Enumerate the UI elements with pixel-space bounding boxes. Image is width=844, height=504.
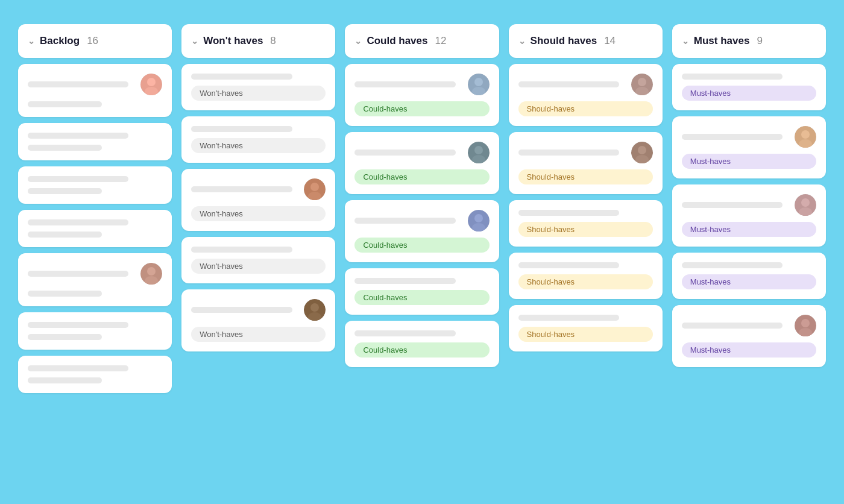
column-count: 14 xyxy=(604,35,616,47)
svg-point-19 xyxy=(474,214,483,222)
card-top-row xyxy=(682,126,816,148)
skeleton-text xyxy=(518,262,619,268)
svg-point-10 xyxy=(310,303,319,312)
skeleton-text xyxy=(682,134,783,140)
card[interactable]: Should-haves xyxy=(509,305,663,351)
card[interactable]: Won't-haves xyxy=(181,237,335,283)
card[interactable]: Should-haves xyxy=(509,64,663,126)
avatar xyxy=(795,126,816,148)
card[interactable] xyxy=(18,166,172,204)
skeleton-text xyxy=(354,330,455,336)
skeleton-text xyxy=(191,307,292,313)
skeleton-text xyxy=(28,176,128,182)
skeleton-text xyxy=(682,323,783,329)
svg-point-28 xyxy=(801,130,810,139)
column-count: 9 xyxy=(757,35,762,47)
skeleton-text xyxy=(28,334,102,340)
priority-badge: Must-haves xyxy=(682,222,816,237)
priority-badge: Won't-haves xyxy=(191,86,326,101)
card-top-row xyxy=(354,74,489,95)
card-top-row xyxy=(354,142,489,163)
card[interactable] xyxy=(18,253,172,306)
column-count: 8 xyxy=(270,35,276,47)
column-title: Should haves xyxy=(531,35,597,47)
svg-point-25 xyxy=(638,146,646,154)
skeleton-text xyxy=(28,81,128,87)
priority-badge: Must-haves xyxy=(682,342,816,358)
svg-point-4 xyxy=(147,267,156,276)
skeleton-text xyxy=(518,210,619,216)
avatar xyxy=(631,74,653,95)
avatar xyxy=(795,194,816,216)
column-count: 12 xyxy=(435,35,447,47)
column-header-should-haves[interactable]: ⌄ Should haves 14 xyxy=(509,24,663,58)
card[interactable]: Must-haves xyxy=(672,64,826,110)
column-header-could-haves[interactable]: ⌄ Could haves 12 xyxy=(345,24,499,58)
card[interactable]: Won't-haves xyxy=(181,64,335,110)
avatar xyxy=(795,315,816,336)
chevron-down-icon: ⌄ xyxy=(28,36,35,46)
card[interactable] xyxy=(18,123,172,160)
column-header-wont-haves[interactable]: ⌄ Won't haves 8 xyxy=(181,24,335,58)
skeleton-text xyxy=(191,74,292,80)
skeleton-text xyxy=(28,232,102,238)
avatar xyxy=(631,142,653,163)
card[interactable]: Must-haves xyxy=(672,305,826,367)
svg-point-34 xyxy=(801,319,810,327)
column-backlog: ⌄ Backlog 16 xyxy=(18,24,172,393)
priority-badge: Could-haves xyxy=(354,290,489,305)
card[interactable] xyxy=(18,356,172,393)
card[interactable]: Should-haves xyxy=(509,132,663,194)
card[interactable] xyxy=(18,210,172,247)
skeleton-text xyxy=(518,81,619,87)
card[interactable]: Must-haves xyxy=(672,116,826,178)
column-could-haves: ⌄ Could haves 12 Could-haves Could-haves… xyxy=(345,24,499,367)
skeleton-text xyxy=(28,145,102,151)
skeleton-text xyxy=(191,247,292,253)
card-top-row xyxy=(518,74,653,95)
card[interactable]: Won't-haves xyxy=(181,289,335,351)
skeleton-text xyxy=(191,126,292,132)
skeleton-text xyxy=(518,315,619,321)
card[interactable]: Won't-haves xyxy=(181,169,335,231)
card[interactable]: Should-haves xyxy=(509,253,663,299)
column-title: Backlog xyxy=(40,35,80,47)
column-title: Won't haves xyxy=(203,35,263,47)
priority-badge: Should-haves xyxy=(518,274,653,289)
card[interactable] xyxy=(18,312,172,350)
svg-point-16 xyxy=(474,146,483,154)
skeleton-text xyxy=(28,101,102,107)
column-header-backlog[interactable]: ⌄ Backlog 16 xyxy=(18,24,172,58)
skeleton-text xyxy=(354,218,455,224)
kanban-board: ⌄ Backlog 16 ⌄ Won't haves 8 Won't-haves… xyxy=(18,24,826,393)
card-top-row xyxy=(682,194,816,216)
svg-point-22 xyxy=(638,78,646,86)
avatar xyxy=(304,299,326,321)
avatar xyxy=(468,142,490,163)
card[interactable]: Could-haves xyxy=(345,132,499,194)
card[interactable] xyxy=(18,64,172,117)
card[interactable]: Must-haves xyxy=(672,253,826,299)
column-title: Must haves xyxy=(694,35,750,47)
card[interactable]: Must-haves xyxy=(672,184,826,247)
card[interactable]: Won't-haves xyxy=(181,116,335,163)
card-top-row xyxy=(191,299,326,321)
card[interactable]: Could-haves xyxy=(345,64,499,126)
card[interactable]: Could-haves xyxy=(345,268,499,315)
priority-badge: Must-haves xyxy=(682,274,816,289)
chevron-down-icon: ⌄ xyxy=(191,36,198,46)
skeleton-text xyxy=(28,365,128,371)
card-top-row xyxy=(28,263,162,285)
skeleton-text xyxy=(28,271,128,277)
priority-badge: Could-haves xyxy=(354,101,489,116)
chevron-down-icon: ⌄ xyxy=(518,36,526,46)
skeleton-text xyxy=(28,133,128,139)
priority-badge: Won't-haves xyxy=(191,206,326,221)
card[interactable]: Could-haves xyxy=(345,321,499,367)
card[interactable]: Should-haves xyxy=(509,200,663,247)
skeleton-text xyxy=(354,81,455,87)
column-header-must-haves[interactable]: ⌄ Must haves 9 xyxy=(672,24,826,58)
card[interactable]: Could-haves xyxy=(345,200,499,262)
column-title: Could haves xyxy=(367,35,427,47)
avatar xyxy=(304,178,326,200)
